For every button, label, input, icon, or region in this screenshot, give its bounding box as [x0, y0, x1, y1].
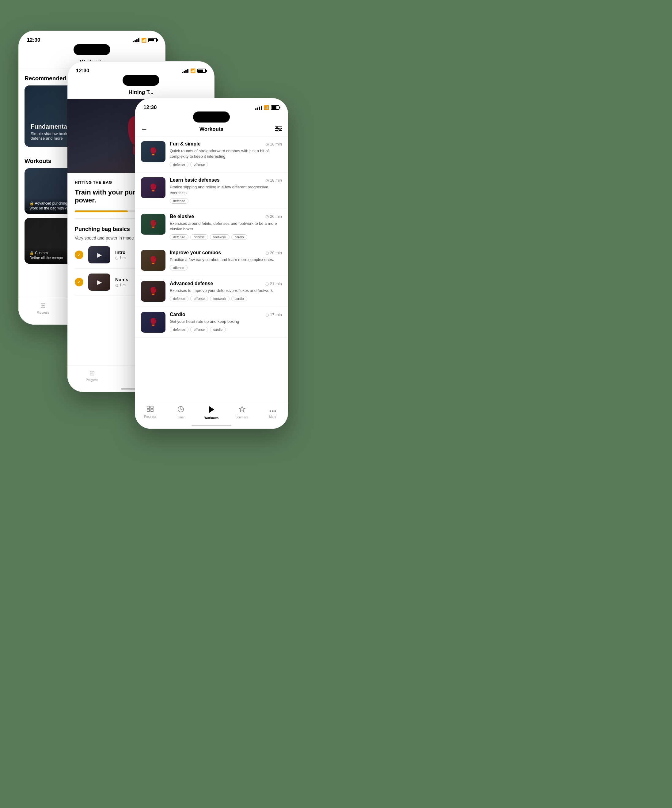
tag-cardio-3: cardio	[231, 234, 247, 240]
tags-row-1: defense offense	[170, 162, 282, 167]
status-time-1: 12:30	[27, 37, 40, 43]
workout-title-5: Advanced defense	[170, 281, 213, 286]
workout-header-2: Learn basic defenses ◷ 18 min	[170, 177, 282, 183]
tab-label-progress-1: Progress	[37, 311, 49, 314]
clock-icon-1: ◷	[115, 256, 118, 260]
battery-icon-3	[271, 105, 279, 110]
svg-point-15	[270, 411, 271, 412]
svg-rect-9	[151, 409, 153, 412]
tab-workouts-3[interactable]: Workouts	[196, 406, 227, 420]
dynamic-island-2	[122, 75, 159, 86]
tags-row-2: defense	[170, 198, 282, 204]
exercise-duration-2: 1 m	[120, 283, 125, 287]
tab-progress-3[interactable]: Progress	[135, 406, 165, 418]
tab-progress-1[interactable]: ⊞ Progress	[18, 302, 67, 314]
svg-marker-13	[209, 406, 214, 413]
workout-list-item-2[interactable]: Learn basic defenses ◷ 18 min Pratice sl…	[135, 172, 288, 209]
exercise-check-2: ✓	[75, 278, 84, 286]
home-indicator-3	[192, 425, 231, 426]
workout-header-4: Improve your combos ◷ 20 min	[170, 250, 282, 255]
tag-defense-5: defense	[170, 296, 189, 301]
tag-offense-5: offense	[190, 296, 208, 301]
tab-timer-3[interactable]: Timer	[165, 406, 196, 419]
tab-icon-progress-3	[147, 406, 154, 414]
svg-rect-6	[147, 406, 150, 409]
wifi-icon-1: 📶	[141, 38, 147, 43]
workout-thumb-5	[141, 281, 165, 302]
status-icons-1: 📶	[133, 38, 157, 43]
workout-list-item-5[interactable]: Advanced defense ◷ 21 min Exercises to i…	[135, 276, 288, 307]
workout-duration-2: ◷ 18 min	[265, 178, 282, 182]
exercise-thumb-1	[88, 246, 110, 264]
workout-list-item-4[interactable]: Improve your combos ◷ 20 min Practice a …	[135, 245, 288, 276]
tag-footwork-3: footwork	[210, 234, 229, 240]
tab-progress-2[interactable]: ⊞ Progress	[67, 369, 117, 382]
svg-line-12	[181, 409, 182, 410]
filter-button[interactable]	[275, 126, 282, 133]
workout-info-5: Advanced defense ◷ 21 min Exercises to i…	[170, 281, 282, 301]
tag-offense-6: offense	[190, 327, 208, 332]
workout-title-2: Learn basic defenses	[170, 177, 220, 183]
workout-info-6: Cardio ◷ 17 min Get your heart rate up a…	[170, 312, 282, 332]
clock-icon-2: ◷	[115, 283, 118, 287]
tab-journeys-3[interactable]: Journeys	[227, 406, 257, 419]
tag-defense-2: defense	[170, 198, 189, 204]
wifi-icon-2: 📶	[190, 68, 196, 73]
tab-icon-more-3	[269, 406, 276, 414]
status-time-2: 12:30	[76, 68, 89, 74]
tab-label-progress-2: Progress	[86, 378, 98, 382]
workout-list-item-3[interactable]: Be elusive ◷ 26 min Exercises around fei…	[135, 209, 288, 245]
tab-icon-progress-2: ⊞	[89, 369, 95, 377]
tab-icon-journeys-3	[239, 406, 246, 414]
clock-icon-w6: ◷	[265, 312, 269, 317]
tab-label-workouts-3: Workouts	[204, 416, 219, 420]
workout-desc-5: Exercises to improve your defensive refl…	[170, 288, 282, 294]
tag-offense-3: offense	[190, 234, 208, 240]
workout-duration-3: ◷ 26 min	[265, 214, 282, 219]
workout-thumb-1	[141, 141, 165, 162]
battery-icon-1	[148, 38, 157, 42]
signal-icon-2	[182, 69, 189, 73]
workout-title-3: Be elusive	[170, 214, 194, 219]
workout-thumb-2	[141, 177, 165, 198]
workout-desc-2: Pratice slipping and rolling in a few di…	[170, 184, 282, 195]
nav-header-3: ← Workouts	[135, 122, 288, 136]
tab-label-timer-3: Timer	[177, 416, 184, 419]
tag-defense-3: defense	[170, 234, 189, 240]
workout-list-item-1[interactable]: Fun & simple ◷ 16 min Quick rounds of st…	[135, 136, 288, 172]
phone-3: 12:30 📶 ← Workouts	[135, 98, 288, 429]
status-time-3: 12:30	[144, 104, 157, 110]
back-button[interactable]: ←	[141, 125, 148, 133]
workout-desc-4: Practice a few easy combos and learn mor…	[170, 257, 282, 262]
clock-icon-w1: ◷	[265, 142, 269, 147]
tab-more-3[interactable]: More	[257, 406, 288, 418]
tab-label-journeys-3: Journeys	[236, 416, 249, 419]
workout-list-item-6[interactable]: Cardio ◷ 17 min Get your heart rate up a…	[135, 307, 288, 338]
tag-cardio-6: cardio	[210, 327, 226, 332]
workout-title-6: Cardio	[170, 312, 186, 317]
dynamic-island-1	[74, 44, 110, 55]
svg-marker-14	[239, 406, 245, 412]
tags-row-5: defense offense footwork cardio	[170, 296, 282, 301]
exercise-thumb-2	[88, 274, 110, 290]
workout-desc-3: Exercises around feints, defenses and fo…	[170, 221, 282, 232]
workout-header-5: Advanced defense ◷ 21 min	[170, 281, 282, 286]
workout-info-2: Learn basic defenses ◷ 18 min Pratice sl…	[170, 177, 282, 204]
workout-thumb-3	[141, 214, 165, 235]
tab-label-more-3: More	[269, 415, 276, 418]
nav-title-3: Workouts	[199, 126, 223, 132]
svg-point-5	[277, 130, 279, 131]
svg-point-4	[279, 128, 281, 129]
battery-icon-2	[197, 68, 206, 73]
workout-header-1: Fun & simple ◷ 16 min	[170, 141, 282, 147]
signal-icon-3	[255, 106, 262, 110]
clock-icon-w3: ◷	[265, 214, 269, 219]
workout-header-6: Cardio ◷ 17 min	[170, 312, 282, 317]
tag-cardio-5: cardio	[231, 296, 247, 301]
exercise-duration-1: 1 m	[120, 256, 125, 260]
dynamic-island-3	[193, 112, 230, 122]
signal-icon-1	[133, 38, 139, 42]
workout-title-4: Improve your combos	[170, 250, 221, 255]
svg-point-17	[274, 411, 276, 412]
svg-rect-8	[147, 409, 150, 412]
